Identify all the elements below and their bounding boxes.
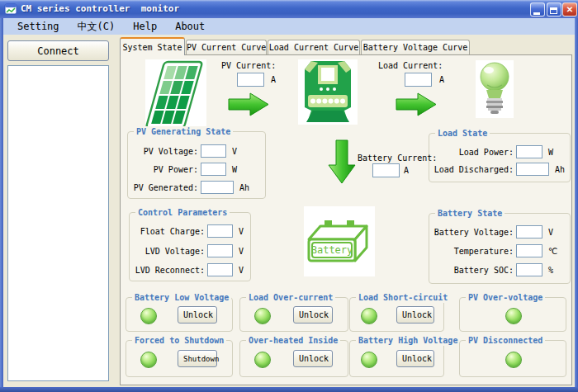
float-charge-label: Float Charge:	[134, 227, 205, 236]
pv-current-unit: A	[271, 75, 276, 84]
arrow-right-pv-icon	[227, 92, 270, 117]
battery-voltage-input[interactable]	[516, 225, 542, 239]
menu-bar: Setting 中文(C) Help About	[3, 18, 575, 35]
indicator-load-short-circuit: Load Short-circuit Unlock	[349, 297, 444, 332]
unlock-button[interactable]: Unlock	[396, 350, 434, 367]
pv-generated-input[interactable]	[201, 181, 234, 194]
lvd-voltage-unit: V	[239, 247, 244, 256]
lvd-reconnect-label: LVD Reconnect:	[134, 266, 205, 275]
battery-icon: Battery	[304, 206, 375, 276]
maximize-button[interactable]	[547, 2, 561, 17]
battery-soc-input[interactable]	[516, 263, 542, 276]
menu-help[interactable]: Help	[126, 20, 164, 33]
indicator-load-over-current: Load Over-current Unlock	[239, 297, 348, 332]
shutdown-button[interactable]: Shutdown	[178, 350, 217, 367]
pv-power-label: PV Power:	[132, 165, 198, 174]
system-state-page: PV Current: A	[120, 54, 572, 385]
light-bulb-icon	[476, 60, 514, 118]
connect-button[interactable]: Connect	[7, 40, 109, 61]
battery-current-label: Battery Current:	[358, 153, 437, 163]
pv-power-unit: W	[232, 165, 237, 174]
window-title: CM series controller monitor	[21, 3, 179, 14]
float-charge-unit: V	[239, 227, 244, 236]
pv-current-input[interactable]	[237, 73, 264, 87]
indicator-pv-disconnected: PV Disconnected	[459, 340, 566, 377]
pv-voltage-input[interactable]	[201, 144, 226, 158]
minimize-icon	[533, 12, 540, 15]
load-current-input[interactable]	[405, 73, 432, 87]
indicator-pv-over-voltage: PV Over-voltage	[459, 297, 566, 332]
minimize-button[interactable]	[530, 2, 545, 17]
window-border-bottom	[0, 387, 578, 392]
indicator-battery-low-voltage: Battery Low Voltage Unlock	[126, 297, 233, 332]
menu-about[interactable]: About	[168, 20, 212, 33]
load-discharged-label: Load Discharged:	[434, 165, 514, 174]
load-power-unit: W	[548, 148, 553, 157]
arrow-down-battery-icon	[328, 139, 356, 185]
window-border-right	[575, 18, 578, 387]
battery-current-unit: A	[404, 166, 409, 175]
temperature-input[interactable]	[516, 244, 542, 257]
lvd-reconnect-input[interactable]	[207, 263, 233, 276]
title-bar[interactable]: CM series controller monitor ✕	[0, 0, 578, 18]
client-area: Connect System State PV Current Curve Lo…	[3, 35, 575, 387]
group-title: Control Parameters	[135, 207, 230, 218]
load-power-input[interactable]	[516, 145, 542, 158]
lvd-reconnect-unit: V	[239, 266, 244, 275]
group-battery-state: Battery State Battery Voltage: V Tempera…	[429, 213, 571, 284]
unlock-button[interactable]: Unlock	[293, 306, 333, 324]
maximize-icon	[550, 7, 557, 14]
pv-voltage-label: PV Voltage:	[132, 147, 198, 156]
temperature-label: Temperature:	[434, 247, 514, 256]
tab-pv-current-curve[interactable]: PV Current Curve	[186, 40, 267, 54]
arrow-right-load-icon	[395, 92, 438, 117]
battery-voltage-label: Battery Voltage:	[434, 228, 514, 237]
indicator-title: Battery Low Voltage	[132, 292, 231, 303]
menu-language[interactable]: 中文(C)	[70, 19, 123, 35]
pv-generated-unit: Ah	[239, 183, 249, 192]
led-icon	[505, 308, 522, 324]
battery-soc-unit: %	[548, 266, 553, 275]
battery-icon-label: Battery	[311, 244, 353, 256]
controller-icon	[298, 59, 358, 125]
indicator-battery-high-voltage: Battery High Voltage Unlock	[349, 340, 444, 377]
tab-system-state[interactable]: System State	[120, 37, 185, 55]
tab-load-current-curve[interactable]: Load Current Curve	[268, 40, 360, 54]
load-current-unit: A	[439, 75, 444, 84]
unlock-button[interactable]: Unlock	[178, 306, 217, 324]
close-button[interactable]: ✕	[562, 2, 577, 17]
lvd-voltage-input[interactable]	[207, 244, 233, 257]
indicator-title: Over-heated Inside	[246, 335, 340, 346]
led-icon	[140, 352, 157, 368]
tab-battery-voltage-curve[interactable]: Battery Voltage Curve	[361, 40, 470, 54]
float-charge-input[interactable]	[207, 224, 233, 238]
indicator-forced-to-shutdown: Forced to Shutdown Shutdown	[126, 340, 233, 377]
app-icon	[4, 2, 17, 16]
battery-soc-label: Battery SOC:	[434, 266, 514, 275]
group-title: PV Generating State	[134, 126, 233, 137]
indicator-title: Load Short-circuit	[356, 292, 450, 303]
device-listbox[interactable]	[7, 65, 109, 381]
app-window: CM series controller monitor ✕ Setting 中…	[0, 0, 578, 392]
indicator-title: PV Disconnected	[466, 335, 545, 346]
led-icon	[505, 352, 522, 368]
group-control-parameters: Control Parameters Float Charge: V LVD V…	[129, 212, 251, 281]
battery-current-input[interactable]	[372, 163, 400, 177]
pv-generated-label: PV Generated:	[132, 183, 198, 192]
load-power-label: Load Power:	[434, 148, 514, 157]
indicator-title: Forced to Shutdown	[132, 335, 226, 346]
unlock-button[interactable]: Unlock	[396, 306, 434, 324]
led-icon	[361, 308, 377, 324]
unlock-button[interactable]: Unlock	[293, 350, 333, 367]
led-icon	[254, 308, 271, 324]
led-icon	[254, 352, 271, 368]
indicator-over-heated-inside: Over-heated Inside Unlock	[239, 340, 348, 377]
temperature-unit: ℃	[548, 247, 557, 256]
load-discharged-input[interactable]	[516, 163, 549, 176]
battery-voltage-unit: V	[548, 228, 553, 237]
load-discharged-unit: Ah	[555, 165, 565, 174]
pv-current-label: PV Current:	[221, 61, 276, 70]
group-title: Load State	[435, 128, 490, 139]
pv-power-input[interactable]	[201, 163, 226, 176]
menu-setting[interactable]: Setting	[10, 20, 67, 33]
